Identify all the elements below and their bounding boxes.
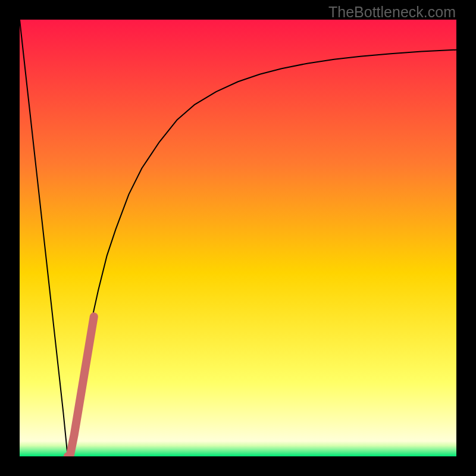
plot-area — [20, 20, 456, 456]
attribution-text: TheBottleneck.com — [328, 4, 456, 21]
chart-frame: TheBottleneck.com — [0, 0, 476, 476]
chart-svg — [20, 20, 456, 456]
